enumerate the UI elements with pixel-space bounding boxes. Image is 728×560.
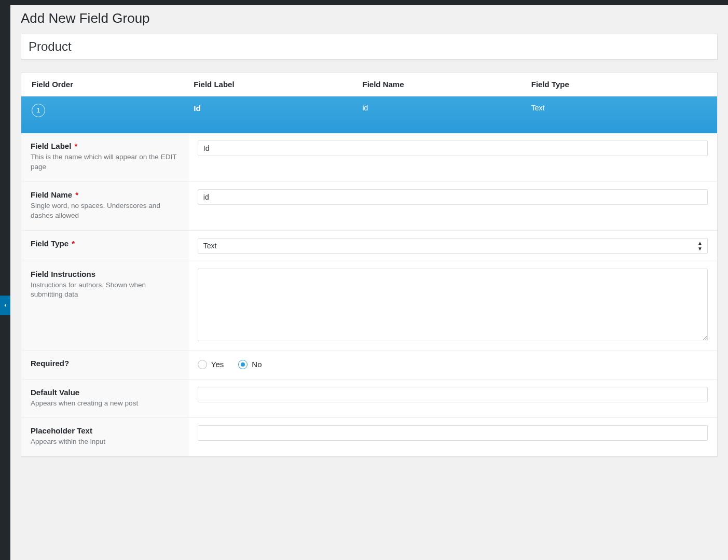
input-field-label[interactable]	[198, 141, 708, 156]
label-placeholder-text: Placeholder Text	[31, 426, 178, 435]
label-field-label: Field Label *	[31, 142, 178, 150]
th-field-order: Field Order	[32, 80, 194, 89]
desc-default-value: Appears when creating a new post	[31, 399, 178, 409]
setting-row-field-name: Field Name * Single word, no spaces. Und…	[21, 181, 717, 230]
label-field-type: Field Type *	[31, 239, 178, 248]
input-default-value[interactable]	[198, 387, 708, 402]
setting-row-field-label: Field Label * This is the name which wil…	[21, 133, 717, 181]
page-title: Add New Field Group	[21, 10, 718, 34]
label-text: Field Label	[31, 142, 71, 150]
th-field-label: Field Label	[194, 80, 362, 89]
desc-placeholder-text: Appears within the input	[31, 437, 178, 447]
radio-icon	[238, 360, 248, 369]
radio-icon	[198, 360, 207, 369]
radio-label: No	[252, 360, 262, 369]
chevron-left-icon	[2, 302, 8, 309]
label-field-name: Field Name *	[31, 190, 178, 199]
input-placeholder-text[interactable]	[198, 425, 708, 441]
fields-table-header: Field Order Field Label Field Name Field…	[21, 73, 717, 96]
radio-required-yes[interactable]: Yes	[198, 360, 224, 369]
row-name-cell: id	[362, 104, 531, 112]
field-settings: Field Label * This is the name which wil…	[21, 133, 717, 456]
row-order-cell: 1	[32, 104, 194, 117]
setting-row-placeholder-text: Placeholder Text Appears within the inpu…	[21, 417, 717, 456]
order-badge: 1	[32, 104, 45, 117]
radio-group-required: Yes No	[198, 358, 708, 369]
radio-required-no[interactable]: No	[238, 360, 262, 369]
row-type-cell: Text	[531, 104, 707, 112]
desc-field-name: Single word, no spaces. Underscores and …	[31, 201, 178, 221]
label-text: Field Name	[31, 190, 72, 199]
setting-row-field-type: Field Type * Text ▲▼	[21, 230, 717, 261]
group-title-input[interactable]	[21, 34, 717, 59]
input-field-name[interactable]	[198, 189, 708, 205]
label-required: Required?	[31, 359, 178, 368]
setting-row-required: Required? Yes No	[21, 350, 717, 379]
group-title-wrap	[21, 34, 718, 60]
textarea-instructions[interactable]	[198, 269, 708, 341]
fields-table: Field Order Field Label Field Name Field…	[21, 72, 718, 457]
setting-row-default-value: Default Value Appears when creating a ne…	[21, 379, 717, 418]
desc-instructions: Instructions for authors. Shown when sub…	[31, 281, 178, 300]
label-text: Field Type	[31, 239, 68, 248]
label-default-value: Default Value	[31, 388, 178, 397]
required-star-icon: *	[75, 142, 78, 150]
field-row[interactable]: 1 Id id Text	[21, 96, 717, 133]
setting-row-instructions: Field Instructions Instructions for auth…	[21, 261, 717, 350]
radio-dot-icon	[241, 362, 245, 367]
select-field-type[interactable]: Text	[198, 238, 708, 254]
required-star-icon: *	[75, 190, 78, 199]
row-label-cell: Id	[194, 104, 362, 113]
desc-field-label: This is the name which will appear on th…	[31, 152, 178, 172]
th-field-name: Field Name	[362, 80, 531, 89]
collapse-sidebar-tab[interactable]	[0, 296, 10, 315]
required-star-icon: *	[72, 239, 75, 248]
label-instructions: Field Instructions	[31, 270, 178, 278]
radio-label: Yes	[211, 360, 224, 369]
th-field-type: Field Type	[531, 80, 707, 89]
